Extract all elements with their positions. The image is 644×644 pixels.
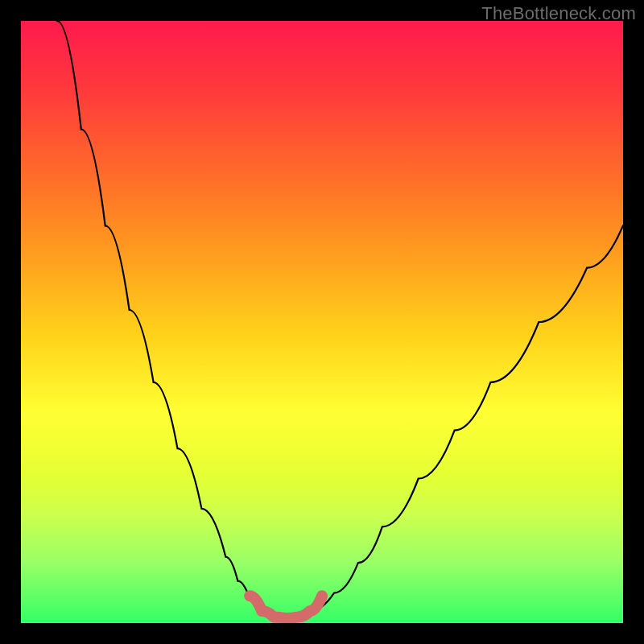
valley-highlight-curve bbox=[250, 596, 322, 618]
chart-frame: TheBottleneck.com bbox=[0, 0, 644, 644]
plot-area bbox=[21, 21, 623, 623]
left-branch-curve bbox=[57, 21, 262, 611]
right-branch-curve bbox=[310, 225, 623, 611]
curve-layer bbox=[21, 21, 623, 623]
